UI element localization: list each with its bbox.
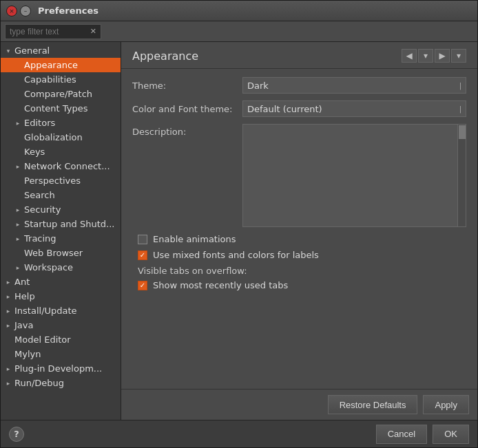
editors-expand-icon <box>13 118 23 128</box>
sidebar-item-search[interactable]: Search <box>1 188 121 202</box>
recent-tabs-checkbox-row: Show most recently used tabs <box>132 280 466 290</box>
search-icon <box>13 191 23 200</box>
sidebar-item-run-debug[interactable]: Run/Debug <box>1 376 121 390</box>
sidebar-item-install-update[interactable]: Install/Update <box>1 303 121 318</box>
sidebar-item-help[interactable]: Help <box>1 289 121 303</box>
sidebar-item-label: Editors <box>24 118 55 128</box>
sidebar-item-workspace[interactable]: Workspace <box>1 260 121 275</box>
sidebar-item-label: Compare/Patch <box>24 89 92 99</box>
apply-button[interactable]: Apply <box>423 395 469 414</box>
sidebar-item-label: Appearance <box>24 60 78 70</box>
footer-left: ? <box>9 427 24 442</box>
keys-icon <box>13 147 23 157</box>
theme-dropdown[interactable]: Dark | <box>242 77 466 94</box>
restore-defaults-button[interactable]: Restore Defaults <box>328 395 418 414</box>
sidebar-item-label: Tracing <box>24 233 56 244</box>
sidebar-item-label: Search <box>24 190 55 200</box>
color-font-row: Color and Font theme: Default (current) … <box>132 100 466 117</box>
description-scrollbar[interactable] <box>457 125 466 226</box>
color-font-label: Color and Font theme: <box>132 104 242 114</box>
description-area: Description: <box>132 124 466 227</box>
visible-tabs-label: Visible tabs on overflow: <box>132 266 466 276</box>
mixed-fonts-checkbox-row: Use mixed fonts and colors for labels <box>132 250 466 260</box>
model-editor-icon <box>3 335 13 345</box>
sidebar-item-model-editor[interactable]: Model Editor <box>1 332 121 347</box>
content-area: Appearance ◀ ▾ ▶ ▾ Theme: Dark | <box>121 42 477 420</box>
sidebar-item-label: Globalization <box>24 132 83 142</box>
sidebar-item-ant[interactable]: Ant <box>1 275 121 289</box>
ok-button[interactable]: OK <box>433 425 469 444</box>
sidebar-item-label: Capabilities <box>24 74 76 85</box>
sidebar-item-java[interactable]: Java <box>1 318 121 332</box>
animations-checkbox[interactable] <box>138 235 147 244</box>
sidebar-item-label: Help <box>14 291 35 301</box>
sidebar-item-editors[interactable]: Editors <box>1 116 121 130</box>
ant-expand-icon <box>3 277 13 287</box>
animations-checkbox-row: Enable animations <box>132 234 466 244</box>
sidebar-item-content-types[interactable]: Content Types <box>1 101 121 116</box>
forward-dropdown-button[interactable]: ▾ <box>451 49 466 63</box>
sidebar-item-label: Model Editor <box>14 334 71 345</box>
mixed-fonts-label: Use mixed fonts and colors for labels <box>153 250 319 260</box>
run-debug-expand-icon <box>3 378 13 388</box>
mixed-fonts-checkbox[interactable] <box>138 250 147 260</box>
animations-label: Enable animations <box>153 234 236 244</box>
content-body: Theme: Dark | Color and Font theme: Defa… <box>121 69 477 389</box>
sidebar-item-web-browser[interactable]: Web Browser <box>1 246 121 260</box>
capabilities-icon <box>13 75 23 85</box>
help-button[interactable]: ? <box>9 427 24 442</box>
sidebar-item-keys[interactable]: Keys <box>1 145 121 159</box>
network-expand-icon <box>13 162 23 171</box>
titlebar-buttons: × – <box>6 6 31 17</box>
forward-button[interactable]: ▶ <box>435 49 450 63</box>
color-font-dropdown[interactable]: Default (current) | <box>242 100 466 117</box>
sidebar-item-startup-shutdown[interactable]: Startup and Shutd... <box>1 217 121 231</box>
sidebar-item-plugin-development[interactable]: Plug-in Developm... <box>1 361 121 376</box>
theme-row: Theme: Dark | <box>132 77 466 94</box>
sidebar-item-general[interactable]: General <box>1 43 121 58</box>
web-browser-icon <box>13 248 23 258</box>
filter-input-wrapper[interactable]: ✕ <box>5 24 101 39</box>
sidebar-item-appearance[interactable]: Appearance <box>1 58 121 72</box>
cancel-button[interactable]: Cancel <box>376 425 427 444</box>
filter-text-input[interactable] <box>10 27 85 36</box>
help-expand-icon <box>3 292 13 301</box>
general-expand-icon <box>3 46 13 56</box>
appearance-icon <box>13 61 23 70</box>
sidebar-item-label: Web Browser <box>24 248 83 258</box>
compare-icon <box>13 89 23 99</box>
footer-right: Cancel OK <box>376 425 469 444</box>
nav-buttons: ◀ ▾ ▶ ▾ <box>402 49 466 63</box>
back-dropdown-button[interactable]: ▾ <box>418 49 433 63</box>
tracing-expand-icon <box>13 234 23 244</box>
sidebar-item-security[interactable]: Security <box>1 202 121 217</box>
preferences-window: × – Preferences ✕ General Appearance Cap… <box>0 0 478 448</box>
sidebar-item-capabilities[interactable]: Capabilities <box>1 72 121 87</box>
globalization-icon <box>13 133 23 142</box>
minimize-button[interactable]: – <box>20 6 31 17</box>
sidebar-item-globalization[interactable]: Globalization <box>1 130 121 145</box>
description-scrollbar-thumb <box>459 125 466 139</box>
content-footer: Restore Defaults Apply <box>121 389 477 420</box>
sidebar-item-label: Plug-in Developm... <box>14 363 102 374</box>
color-font-value: Default (current) <box>247 104 322 114</box>
sidebar-item-label: Network Connect... <box>24 161 110 171</box>
sidebar-item-label: Run/Debug <box>14 378 64 388</box>
filter-clear-icon[interactable]: ✕ <box>90 27 96 36</box>
sidebar-item-compare-patch[interactable]: Compare/Patch <box>1 87 121 101</box>
sidebar-item-tracing[interactable]: Tracing <box>1 231 121 246</box>
security-expand-icon <box>13 205 23 215</box>
content-header: Appearance ◀ ▾ ▶ ▾ <box>121 42 477 69</box>
page-title: Appearance <box>132 50 198 63</box>
close-button[interactable]: × <box>6 6 17 17</box>
sidebar-item-label: Ant <box>14 277 30 287</box>
toolbar: ✕ <box>1 21 477 42</box>
sidebar-item-label: Workspace <box>24 262 73 273</box>
titlebar: × – Preferences <box>1 1 477 21</box>
sidebar-item-network-connections[interactable]: Network Connect... <box>1 159 121 173</box>
sidebar-item-mylyn[interactable]: Mylyn <box>1 347 121 361</box>
back-button[interactable]: ◀ <box>402 49 417 63</box>
sidebar-item-label: Startup and Shutd... <box>24 219 114 229</box>
sidebar-item-perspectives[interactable]: Perspectives <box>1 173 121 188</box>
recent-tabs-checkbox[interactable] <box>138 281 147 290</box>
